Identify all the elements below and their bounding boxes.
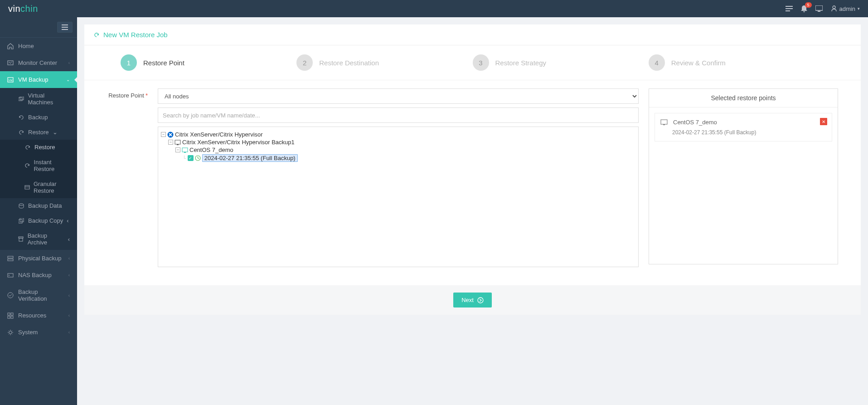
search-input[interactable] bbox=[158, 107, 639, 123]
form-area: Restore Point* All nodes − Citrix XenSer… bbox=[84, 80, 861, 285]
svg-rect-28 bbox=[8, 316, 10, 318]
remove-selected-button[interactable]: ✕ bbox=[820, 118, 827, 125]
tree-label-job[interactable]: Citrix XenServer/Citrix Hypervisor Backu… bbox=[182, 139, 295, 146]
step-3: 3 Restore Strategy bbox=[473, 54, 649, 71]
chevron-down-icon: ⌄ bbox=[66, 77, 70, 82]
tree-branch-icon: └ bbox=[183, 156, 186, 161]
sidebar-label-backup-archive: Backup Archive bbox=[28, 232, 64, 246]
svg-rect-20 bbox=[19, 238, 23, 241]
svg-rect-17 bbox=[19, 220, 22, 223]
sidebar-item-system[interactable]: System ‹ bbox=[0, 324, 77, 341]
sidebar-sub-backup-copy[interactable]: Backup Copy ‹ bbox=[0, 213, 77, 228]
vm-icon: VM bbox=[7, 77, 14, 83]
wizard-panel: New VM Restore Job 1 Restore Point 2 Res… bbox=[84, 24, 861, 315]
step-4-number: 4 bbox=[649, 54, 665, 71]
backup-copy-icon bbox=[18, 218, 24, 224]
display-icon[interactable] bbox=[815, 5, 823, 12]
sidebar-subsub-granular-restore[interactable]: Granular Restore bbox=[0, 176, 77, 198]
svg-rect-21 bbox=[8, 256, 13, 258]
sidebar-sub-restore[interactable]: Restore ⌄ bbox=[0, 125, 77, 140]
backup-data-icon bbox=[18, 203, 24, 209]
header-actions: 5 admin ▾ bbox=[786, 5, 860, 12]
monitor-icon bbox=[7, 60, 14, 66]
chevron-left-icon: ‹ bbox=[68, 256, 70, 261]
restore-point-tree[interactable]: − Citrix XenServer/Citrix Hypervisor − C… bbox=[158, 127, 639, 267]
sidebar-item-resources[interactable]: Resources ‹ bbox=[0, 307, 77, 324]
sidebar-toggle-row bbox=[0, 17, 77, 38]
svg-rect-7 bbox=[62, 27, 68, 28]
sidebar-label-backup-verification: Backup Verification bbox=[18, 288, 64, 302]
step-1-label: Restore Point bbox=[143, 59, 184, 67]
svg-rect-4 bbox=[818, 11, 820, 12]
sidebar-label-granular-restore: Granular Restore bbox=[34, 181, 70, 194]
node-select[interactable]: All nodes bbox=[158, 88, 639, 104]
chevron-left-icon: ‹ bbox=[68, 293, 70, 298]
tree-label-vm[interactable]: CentOS 7_demo bbox=[189, 146, 233, 153]
sidebar-sub-backup-archive[interactable]: Backup Archive ‹ bbox=[0, 228, 77, 250]
step-2-number: 2 bbox=[296, 54, 313, 71]
svg-point-39 bbox=[478, 298, 483, 303]
sidebar-sub-backup[interactable]: Backup bbox=[0, 110, 77, 125]
user-menu[interactable]: admin ▾ bbox=[831, 5, 860, 12]
svg-rect-33 bbox=[177, 144, 179, 145]
sidebar-item-home[interactable]: Home bbox=[0, 38, 77, 54]
svg-rect-27 bbox=[11, 313, 13, 315]
selected-points-header: Selected restore points bbox=[649, 89, 838, 107]
notes-icon[interactable] bbox=[786, 5, 793, 12]
expander-icon[interactable]: − bbox=[175, 147, 180, 152]
tree-node-point[interactable]: └ ✓ 2024-02-27 21:35:55 (Full Backup) bbox=[161, 154, 635, 162]
restore-point-label: Restore Point bbox=[108, 92, 144, 99]
checkbox-checked-icon[interactable]: ✓ bbox=[188, 155, 194, 161]
job-icon bbox=[175, 140, 181, 145]
vm-node-icon bbox=[182, 147, 188, 153]
step-1-number: 1 bbox=[121, 54, 137, 71]
selected-vm-name: CentOS 7_demo bbox=[673, 119, 717, 126]
panel-header: New VM Restore Job bbox=[84, 24, 861, 45]
svg-rect-3 bbox=[815, 5, 823, 10]
home-icon bbox=[7, 43, 14, 49]
sidebar-label-backup-data: Backup Data bbox=[28, 202, 62, 209]
sidebar-item-monitor-center[interactable]: Monitor Center ‹ bbox=[0, 54, 77, 71]
sidebar-subsub-instant-restore[interactable]: Instant Restore bbox=[0, 155, 77, 176]
sidebar-label-vm-backup: VM Backup bbox=[18, 76, 48, 83]
sidebar-item-nas-backup[interactable]: NAS Backup ‹ bbox=[0, 267, 77, 283]
sidebar-item-vm-backup[interactable]: VM VM Backup ⌄ bbox=[0, 71, 77, 88]
wizard-footer: Next bbox=[84, 285, 861, 315]
sidebar-sub-backup-data[interactable]: Backup Data bbox=[0, 198, 77, 213]
step-2: 2 Restore Destination bbox=[296, 54, 472, 71]
user-icon bbox=[831, 5, 837, 12]
sidebar-label-restore: Restore bbox=[28, 129, 49, 136]
tree-node-job[interactable]: − Citrix XenServer/Citrix Hypervisor Bac… bbox=[161, 138, 635, 146]
expander-icon[interactable]: − bbox=[161, 132, 166, 137]
sidebar-item-backup-verification[interactable]: Backup Verification ‹ bbox=[0, 283, 77, 307]
chevron-left-icon: ‹ bbox=[68, 330, 70, 335]
close-icon: ✕ bbox=[822, 119, 825, 124]
tree-label-hypervisor[interactable]: Citrix XenServer/Citrix Hypervisor bbox=[175, 131, 263, 138]
svg-rect-29 bbox=[11, 316, 13, 318]
vms-icon bbox=[18, 97, 24, 101]
sidebar-subsub-restore[interactable]: Restore bbox=[0, 140, 77, 155]
expander-icon[interactable]: − bbox=[168, 140, 173, 145]
tree-node-vm[interactable]: − CentOS 7_demo bbox=[161, 146, 635, 154]
svg-rect-14 bbox=[25, 185, 29, 189]
sidebar-label-virtual-machines: Virtual Machines bbox=[28, 92, 70, 106]
notification-bell-icon[interactable]: 5 bbox=[801, 5, 807, 12]
required-asterisk: * bbox=[145, 92, 148, 99]
restore-point-clock-icon bbox=[195, 155, 201, 161]
sidebar-label-system: System bbox=[18, 329, 38, 336]
svg-rect-12 bbox=[19, 98, 22, 101]
backup-archive-icon bbox=[18, 236, 24, 242]
sidebar-collapse-button[interactable] bbox=[57, 22, 73, 33]
tree-node-hypervisor[interactable]: − Citrix XenServer/Citrix Hypervisor bbox=[161, 131, 635, 138]
next-button[interactable]: Next bbox=[453, 293, 492, 307]
sidebar-sub-virtual-machines[interactable]: Virtual Machines bbox=[0, 88, 77, 110]
sidebar-label-restore-sub: Restore bbox=[34, 144, 55, 151]
svg-rect-38 bbox=[663, 124, 665, 125]
physical-backup-icon bbox=[7, 256, 14, 261]
chevron-left-icon: ‹ bbox=[68, 236, 70, 243]
tree-label-point[interactable]: 2024-02-27 21:35:55 (Full Backup) bbox=[202, 154, 298, 162]
arrow-right-circle-icon bbox=[477, 297, 484, 303]
step-4: 4 Review & Confirm bbox=[649, 54, 824, 71]
sidebar-item-physical-backup[interactable]: Physical Backup ‹ bbox=[0, 250, 77, 267]
sidebar-label-nas-backup: NAS Backup bbox=[18, 272, 52, 278]
